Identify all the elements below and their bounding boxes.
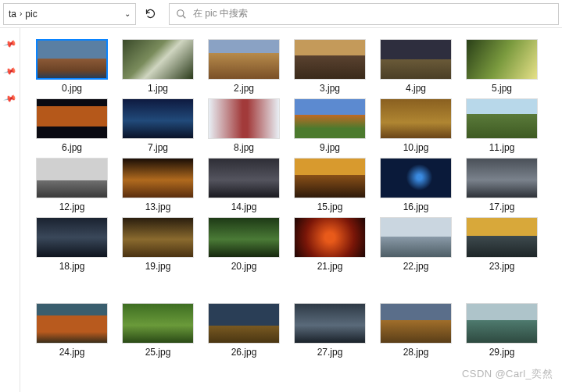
search-placeholder: 在 pic 中搜索: [193, 7, 248, 20]
chevron-down-icon[interactable]: ⌄: [124, 9, 131, 18]
breadcrumb[interactable]: ta › pic ⌄: [3, 3, 136, 25]
thumbnail: [208, 217, 280, 258]
file-item[interactable]: 18.jpg: [36, 217, 108, 272]
file-name: 2.jpg: [234, 83, 254, 94]
breadcrumb-seg[interactable]: ta: [9, 9, 16, 20]
search-input[interactable]: 在 pic 中搜索: [169, 3, 559, 25]
thumbnail: [36, 303, 108, 344]
thumbnail: [208, 98, 280, 139]
file-item[interactable]: 15.jpg: [294, 158, 366, 212]
file-item[interactable]: 29.jpg: [466, 303, 538, 358]
refresh-button[interactable]: [139, 3, 161, 25]
row-gap: [36, 276, 554, 298]
file-item[interactable]: 22.jpg: [380, 217, 452, 272]
thumbnail: [122, 98, 194, 139]
thumbnail: [294, 158, 366, 198]
file-item[interactable]: 26.jpg: [208, 303, 280, 358]
file-name: 9.jpg: [320, 142, 340, 153]
thumbnail: [380, 98, 452, 139]
sidebar: 📌 📌 📌: [0, 28, 20, 392]
thumbnail: [294, 39, 366, 80]
file-item[interactable]: 0.jpg: [36, 39, 108, 94]
file-name: 10.jpg: [403, 142, 429, 153]
file-name: 13.jpg: [145, 201, 171, 212]
file-name: 5.jpg: [492, 83, 512, 94]
file-item[interactable]: 13.jpg: [122, 158, 194, 212]
refresh-icon: [145, 8, 156, 20]
pin-icon[interactable]: 📌: [2, 64, 17, 78]
file-name: 7.jpg: [148, 142, 168, 153]
file-item[interactable]: 3.jpg: [294, 39, 366, 94]
pin-icon[interactable]: 📌: [2, 37, 17, 51]
file-item[interactable]: 10.jpg: [380, 98, 452, 153]
file-name: 11.jpg: [489, 142, 515, 153]
svg-line-1: [183, 15, 186, 18]
file-name: 0.jpg: [62, 83, 82, 94]
file-item[interactable]: 11.jpg: [466, 98, 538, 153]
thumbnail: [208, 39, 280, 80]
file-item[interactable]: 1.jpg: [122, 39, 194, 94]
file-name: 20.jpg: [231, 261, 257, 272]
file-item[interactable]: 2.jpg: [208, 39, 280, 94]
pin-icon[interactable]: 📌: [2, 91, 17, 105]
file-item[interactable]: 23.jpg: [466, 217, 538, 272]
file-item[interactable]: 14.jpg: [208, 158, 280, 212]
file-name: 6.jpg: [62, 142, 82, 153]
svg-point-0: [177, 9, 184, 16]
thumbnail: [36, 98, 108, 139]
file-name: 25.jpg: [145, 347, 171, 358]
file-item[interactable]: 9.jpg: [294, 98, 366, 153]
thumbnail: [122, 303, 194, 344]
thumbnail: [466, 217, 538, 258]
file-item[interactable]: 21.jpg: [294, 217, 366, 272]
file-item[interactable]: 25.jpg: [122, 303, 194, 358]
breadcrumb-seg[interactable]: pic: [25, 9, 37, 20]
thumbnail: [466, 158, 538, 198]
chevron-right-icon: ›: [20, 9, 22, 18]
file-item[interactable]: 8.jpg: [208, 98, 280, 153]
file-name: 24.jpg: [59, 347, 85, 358]
file-name: 29.jpg: [489, 347, 515, 358]
thumbnail: [122, 158, 194, 198]
thumbnail: [466, 303, 538, 344]
file-item[interactable]: 5.jpg: [466, 39, 538, 94]
thumbnail: [380, 303, 452, 344]
toolbar: ta › pic ⌄ 在 pic 中搜索: [0, 0, 562, 28]
file-name: 26.jpg: [231, 347, 257, 358]
thumbnail: [294, 217, 366, 258]
file-name: 1.jpg: [148, 83, 168, 94]
file-pane[interactable]: 0.jpg 1.jpg 2.jpg 3.jpg 4.jpg 5.jpg 6.jp…: [20, 28, 562, 392]
file-item[interactable]: 12.jpg: [36, 158, 108, 212]
file-name: 21.jpg: [317, 261, 343, 272]
thumbnail: [294, 303, 366, 344]
file-name: 19.jpg: [145, 261, 171, 272]
thumbnail: [122, 39, 194, 80]
file-item[interactable]: 17.jpg: [466, 158, 538, 212]
thumbnail: [36, 217, 108, 258]
file-item[interactable]: 4.jpg: [380, 39, 452, 94]
file-item[interactable]: 6.jpg: [36, 98, 108, 153]
file-item[interactable]: 7.jpg: [122, 98, 194, 153]
thumbnail: [208, 303, 280, 344]
thumbnail: [36, 39, 108, 80]
file-name: 28.jpg: [403, 347, 429, 358]
file-name: 16.jpg: [403, 201, 429, 212]
thumbnail: [380, 39, 452, 80]
file-name: 8.jpg: [234, 142, 254, 153]
file-name: 14.jpg: [231, 201, 257, 212]
thumbnail: [122, 217, 194, 258]
file-name: 17.jpg: [489, 201, 515, 212]
file-item[interactable]: 24.jpg: [36, 303, 108, 358]
file-item[interactable]: 27.jpg: [294, 303, 366, 358]
file-name: 27.jpg: [317, 347, 343, 358]
thumbnail: [380, 158, 452, 198]
thumbnail: [380, 217, 452, 258]
file-item[interactable]: 28.jpg: [380, 303, 452, 358]
thumbnail-grid: 0.jpg 1.jpg 2.jpg 3.jpg 4.jpg 5.jpg 6.jp…: [36, 39, 554, 358]
file-item[interactable]: 20.jpg: [208, 217, 280, 272]
file-name: 23.jpg: [489, 261, 515, 272]
thumbnail: [466, 98, 538, 139]
file-item[interactable]: 19.jpg: [122, 217, 194, 272]
file-item[interactable]: 16.jpg: [380, 158, 452, 212]
file-name: 4.jpg: [406, 83, 426, 94]
